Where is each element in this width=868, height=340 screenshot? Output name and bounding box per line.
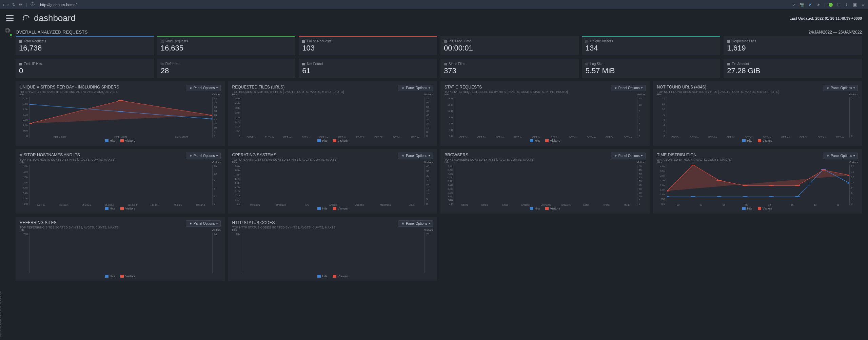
- stat-value: 5.57 MiB: [586, 66, 717, 75]
- y-axis-right-label: Visitors: [849, 93, 858, 96]
- menu-icon[interactable]: ≡: [861, 2, 865, 7]
- settings-gear-icon[interactable]: [4, 27, 11, 35]
- download-icon[interactable]: ⤓: [844, 2, 849, 7]
- bar-chart-icon: [586, 40, 589, 43]
- gear-icon: [826, 154, 829, 158]
- panel-subtitle: TOP NOT FOUND URLS SORTED BY HITS [, AVG…: [657, 90, 779, 94]
- date-range: 24/JAN/2022 — 26/JAN/2022: [809, 30, 862, 35]
- panel-subtitle: TOP VISITOR HOSTS SORTED BY HITS [, AVGT…: [20, 158, 115, 161]
- bar-chart-icon: [727, 63, 730, 65]
- panel-title: OPERATING SYSTEMS: [232, 153, 338, 157]
- panel-options-button[interactable]: Panel Options: [186, 220, 221, 227]
- panel-options-button[interactable]: Panel Options: [398, 153, 433, 159]
- devices-icon[interactable]: ▣: [852, 2, 857, 7]
- y-axis-left-label: Hits: [232, 93, 237, 96]
- panel-visitors-per-day: UNIQUE VISITORS PER DAY - INCLUDING SPID…: [16, 81, 225, 146]
- y-axis-right-label: Visitors: [212, 228, 220, 232]
- panel-options-button[interactable]: Panel Options: [186, 153, 221, 159]
- stat-card: Valid Requests 16,635: [157, 36, 296, 55]
- gear-icon: [189, 222, 192, 225]
- share-icon[interactable]: ↗: [792, 2, 796, 7]
- globe-icon: ⓘ: [31, 2, 35, 7]
- panel-operating-systems: OPERATING SYSTEMS TOP OPERATING SYSTEMS …: [228, 149, 437, 214]
- panel-options-button[interactable]: Panel Options: [611, 85, 646, 91]
- legend-visitors: Visitors: [333, 275, 348, 278]
- svg-point-19: [794, 196, 800, 197]
- panel-options-button[interactable]: Panel Options: [823, 153, 858, 159]
- panel-title: TIME DISTRIBUTION: [657, 153, 732, 157]
- stat-card: Failed Requests 103: [299, 36, 437, 55]
- panel-title: UNIQUE VISITORS PER DAY - INCLUDING SPID…: [20, 85, 119, 89]
- y-axis-right-label: Visitors: [636, 161, 645, 164]
- legend-visitors: Visitors: [545, 207, 560, 210]
- legend-hits: Hits: [105, 275, 115, 278]
- y-axis-left-label: Hits: [232, 228, 237, 232]
- apps-icon[interactable]: ☷: [19, 2, 23, 7]
- legend-hits: Hits: [530, 139, 540, 142]
- stat-label: Failed Requests: [302, 39, 434, 43]
- stat-value: 28: [161, 66, 292, 75]
- panel-subtitle: TOP HTTP STATUS CODES SORTED BY HITS [, …: [232, 226, 336, 229]
- stat-value: 16,635: [161, 44, 292, 53]
- reload-icon[interactable]: ↻: [12, 2, 16, 7]
- panel-subtitle: TOP REFERRING SITES SORTED BY HITS [, AV…: [20, 226, 119, 229]
- stat-value: 16,738: [19, 44, 151, 53]
- cube-icon[interactable]: ☐: [836, 2, 841, 7]
- stat-label: Valid Requests: [161, 39, 292, 43]
- stat-card: Referrers 28: [157, 59, 296, 78]
- panel-title: HTTP STATUS CODES: [232, 220, 336, 225]
- forward-icon[interactable]: ›: [7, 2, 9, 7]
- stat-label: Requested Files: [727, 39, 859, 43]
- svg-point-18: [768, 196, 774, 197]
- status-dot-icon: [829, 3, 833, 7]
- y-axis-left-label: Hits: [445, 93, 449, 96]
- legend-hits: Hits: [317, 207, 328, 210]
- y-axis-right-label: Visitors: [424, 161, 433, 164]
- panel-options-button[interactable]: Panel Options: [611, 153, 646, 159]
- gauge-icon: [22, 14, 31, 23]
- y-axis-right-label: Visitors: [849, 161, 858, 164]
- svg-point-23: [690, 165, 695, 165]
- panel-options-button[interactable]: Panel Options: [186, 85, 221, 91]
- panels-grid: UNIQUE VISITORS PER DAY - INCLUDING SPID…: [16, 81, 862, 281]
- gear-icon: [401, 154, 405, 158]
- browser-chrome: ‹ › ↻ ☷ | ⓘ http://goaccess.home/ ↗ 📷 ✔ …: [0, 0, 868, 9]
- y-axis-right-label: Visitors: [636, 93, 645, 96]
- hamburger-icon[interactable]: [6, 15, 14, 21]
- stat-label: Excl. IP Hits: [19, 62, 151, 66]
- camera-icon[interactable]: 📷: [800, 2, 805, 7]
- panel-options-button[interactable]: Panel Options: [398, 85, 433, 91]
- bar-chart-icon: [727, 40, 730, 43]
- stat-value: 373: [444, 66, 575, 75]
- legend-hits: Hits: [742, 207, 752, 210]
- stat-card: Not Found 61: [299, 59, 437, 78]
- gear-icon: [401, 222, 405, 225]
- panel-options-button[interactable]: Panel Options: [823, 85, 858, 91]
- panel-options-button[interactable]: Panel Options: [398, 220, 433, 227]
- panel-subtitle: TOP BROWSERS SORTED BY HITS [, AVGTS, CU…: [445, 158, 534, 161]
- gear-icon: [826, 86, 829, 90]
- legend-visitors: Visitors: [758, 139, 772, 142]
- last-updated: Last Updated: 2022-01-26 11:40:39 +0000: [789, 16, 862, 20]
- stat-label: Init. Proc. Time: [444, 39, 575, 43]
- stat-label: Unique Visitors: [586, 39, 717, 43]
- gear-icon: [189, 86, 192, 90]
- gear-icon: [614, 154, 617, 158]
- svg-point-27: [794, 185, 800, 186]
- shield-check-icon[interactable]: ✔: [808, 2, 813, 7]
- legend-hits: Hits: [317, 139, 328, 142]
- stat-value: 61: [302, 66, 434, 75]
- overview-heading: OVERALL ANALYZED REQUESTS: [16, 29, 88, 35]
- stat-value: 0: [19, 66, 151, 75]
- svg-point-24: [716, 180, 722, 181]
- panel-http-status: HTTP STATUS CODES TOP HTTP STATUS CODES …: [228, 217, 437, 281]
- bar-chart-icon: [444, 40, 447, 43]
- y-axis-left-label: Hits: [20, 161, 24, 164]
- send-icon[interactable]: ➤: [816, 2, 821, 7]
- url-bar[interactable]: http://goaccess.home/: [38, 3, 788, 7]
- panel-referring-sites: REFERRING SITES TOP REFERRING SITES SORT…: [16, 217, 225, 281]
- bar-chart-icon: [161, 63, 164, 65]
- back-icon[interactable]: ‹: [3, 2, 4, 7]
- bar-chart-icon: [302, 63, 305, 65]
- stat-label: Referrers: [161, 62, 292, 66]
